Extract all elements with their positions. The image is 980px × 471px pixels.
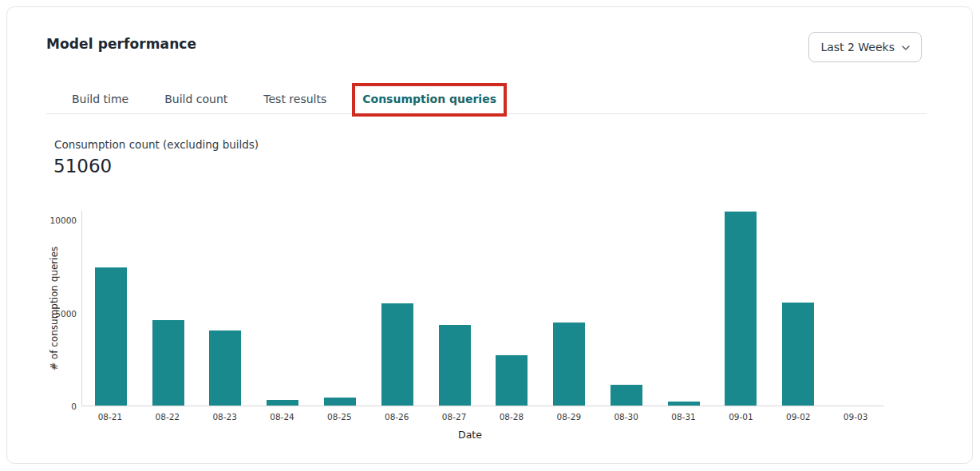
tab-label: Test results — [263, 93, 326, 105]
x-tick-label: 08-25 — [310, 412, 368, 422]
x-axis-title: Date — [46, 429, 894, 441]
y-tick-label: 5000 — [46, 308, 77, 319]
y-tick-label: 0 — [46, 401, 77, 412]
bar-band — [426, 211, 484, 406]
x-tick-label: 08-21 — [81, 412, 139, 422]
bar-band — [140, 211, 197, 406]
tab-consumption-queries[interactable]: Consumption queries — [362, 84, 496, 114]
tab-build-time[interactable]: Build time — [72, 84, 128, 114]
x-tick-label: 08-26 — [368, 412, 425, 422]
bar-08-24 — [267, 400, 298, 406]
x-tick-label: 09-01 — [712, 412, 769, 422]
model-performance-card: Model performance Last 2 Weeks Build tim… — [6, 6, 973, 464]
x-tick-label: 09-03 — [827, 412, 884, 422]
x-tick-label: 08-28 — [483, 412, 540, 422]
bar-08-23 — [209, 330, 241, 406]
x-tick-label: 08-24 — [254, 412, 311, 422]
y-tick-label: 10000 — [46, 215, 77, 226]
bar-08-29 — [553, 323, 585, 406]
bar-08-25 — [324, 398, 356, 406]
x-tick-label: 08-29 — [540, 412, 598, 422]
tab-build-count[interactable]: Build count — [164, 84, 227, 114]
bar-band — [82, 211, 140, 406]
tab-label: Build count — [164, 93, 227, 105]
date-range-dropdown[interactable]: Last 2 Weeks — [808, 32, 922, 62]
bar-09-02 — [782, 303, 814, 406]
bar-08-30 — [611, 385, 642, 406]
bar-band — [483, 211, 540, 406]
plot-area — [81, 211, 884, 406]
x-tick-labels: 08-2108-2208-2308-2408-2508-2608-2708-28… — [81, 412, 884, 422]
bar-08-22 — [152, 320, 184, 406]
bar-band — [369, 211, 426, 406]
bar-band — [827, 211, 884, 406]
bar-08-26 — [381, 303, 413, 406]
tab-label: Consumption queries — [362, 93, 496, 105]
tabs: Build timeBuild countTest resultsConsump… — [46, 84, 927, 114]
x-tick-label: 08-22 — [139, 412, 196, 422]
date-range-label: Last 2 Weeks — [820, 41, 895, 53]
bar-band — [197, 211, 255, 406]
bar-08-28 — [496, 355, 528, 406]
bar-band — [254, 211, 311, 406]
tab-label: Build time — [72, 93, 128, 105]
page-title: Model performance — [46, 36, 196, 52]
x-tick-label: 09-02 — [769, 412, 827, 422]
bar-band — [540, 211, 598, 406]
bar-08-21 — [95, 267, 127, 406]
bar-band — [769, 211, 827, 406]
metric-value: 51060 — [53, 156, 112, 176]
x-tick-label: 08-27 — [425, 412, 483, 422]
chart: # of consumption queries 0500010000 08-2… — [46, 207, 894, 450]
x-tick-label: 08-30 — [598, 412, 655, 422]
bar-08-27 — [439, 325, 471, 406]
bar-band — [713, 211, 770, 406]
chevron-down-icon — [902, 46, 910, 51]
bar-09-01 — [725, 212, 757, 406]
metric-label: Consumption count (excluding builds) — [54, 138, 259, 151]
tab-test-results[interactable]: Test results — [263, 84, 326, 114]
bar-band — [598, 211, 655, 406]
x-tick-label: 08-31 — [655, 412, 713, 422]
bar-band — [655, 211, 713, 406]
bar-08-31 — [668, 402, 700, 406]
bar-band — [311, 211, 369, 406]
x-tick-label: 08-23 — [196, 412, 254, 422]
